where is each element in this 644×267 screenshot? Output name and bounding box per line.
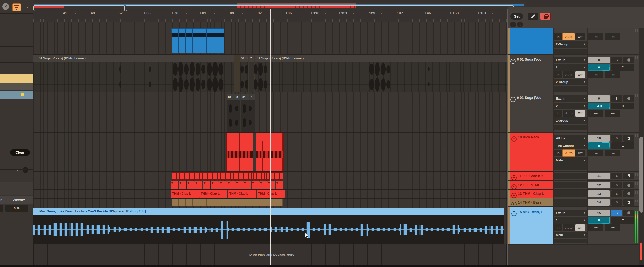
- track15-crossfade-box[interactable]: [554, 239, 587, 244]
- value-box-partial[interactable]: [0, 205, 4, 212]
- clip-kick-group-1[interactable]: [227, 133, 253, 171]
- clip-mini-3[interactable]: 01: [242, 94, 249, 100]
- list-row-selected[interactable]: [0, 91, 33, 99]
- clip-tts[interactable]: T_: [171, 181, 178, 189]
- fold-icon[interactable]: ▶: [511, 202, 516, 207]
- track14-name[interactable]: ▶14 THM - Bass: [511, 200, 554, 207]
- track8-output-select[interactable]: 2-Group▼: [554, 79, 587, 85]
- next-locator-button[interactable]: →: [517, 21, 523, 27]
- track7-send-a[interactable]: -∞: [588, 33, 604, 40]
- chevron-down-icon[interactable]: ▼: [24, 5, 30, 10]
- track9-volume[interactable]: -4.3: [588, 103, 610, 109]
- track13-color-swatch[interactable]: ▶13 THM - Clap L: [510, 190, 553, 198]
- monitor-off-button[interactable]: Off: [576, 71, 585, 78]
- velocity-value-box[interactable]: 0 %: [6, 205, 28, 212]
- clip-mini-body[interactable]: [227, 100, 240, 132]
- track15-arm-button[interactable]: [623, 210, 634, 216]
- track10-number[interactable]: 10: [588, 135, 610, 142]
- prev-locator-button[interactable]: ←: [510, 21, 516, 27]
- track11-solo-button[interactable]: S: [611, 173, 622, 179]
- track11-color-swatch[interactable]: ▶11 909 Core Kit: [510, 172, 553, 180]
- fold-icon[interactable]: ▶: [511, 175, 516, 180]
- clip-suga-small2[interactable]: C: [248, 55, 254, 62]
- filter-button[interactable]: [12, 3, 21, 11]
- track15-send-b[interactable]: -∞: [605, 224, 620, 231]
- clip-suga-left-body[interactable]: [33, 62, 234, 92]
- clip-tts[interactable]: T_: [259, 181, 267, 189]
- track8-volume[interactable]: 0: [588, 64, 610, 71]
- track9-output-select[interactable]: 2-Group▼: [554, 117, 587, 124]
- track10-input-select[interactable]: All Ins▼: [554, 135, 587, 142]
- track7-output-select[interactable]: 2-Group▼: [554, 41, 587, 48]
- track12-arm-button[interactable]: [623, 182, 634, 189]
- track10-send-b[interactable]: -∞: [605, 150, 620, 156]
- track10-name[interactable]: ▼10 Kick Rack: [511, 135, 554, 142]
- track13-name[interactable]: ▶13 THM - Clap L: [511, 191, 554, 198]
- clip-tts[interactable]: T_: [244, 181, 251, 189]
- track9-name[interactable]: ▼9 01 Suga (Voc: [510, 95, 553, 102]
- track10-pan[interactable]: C: [611, 142, 634, 149]
- clip-tts[interactable]: T_: [195, 181, 203, 189]
- track7-color-swatch[interactable]: [510, 28, 553, 54]
- track13-number[interactable]: 13: [588, 190, 610, 197]
- track8-input-select[interactable]: Ext. In▼: [554, 57, 587, 63]
- track10-send-a[interactable]: -∞: [588, 150, 604, 156]
- clip-tts[interactable]: T_: [227, 181, 235, 189]
- track7-crossfade-box[interactable]: [554, 49, 587, 54]
- track14-color-swatch[interactable]: ▶14 THM - Bass: [510, 198, 553, 207]
- close-icon[interactable]: ✕: [2, 3, 9, 10]
- monitor-off-button[interactable]: Off: [576, 33, 585, 40]
- clip-blue-header[interactable]: [172, 29, 224, 33]
- clip-suga-left[interactable]: ... 01 Suga (Vocals) (BS-RoFormer): [33, 55, 234, 62]
- playhead[interactable]: [270, 9, 271, 265]
- list-row[interactable]: ▲ •••: [0, 83, 33, 90]
- track10-arm-button[interactable]: [623, 135, 634, 142]
- draw-mode-button[interactable]: [528, 12, 538, 20]
- track9-input-select[interactable]: Ext. In▼: [554, 95, 587, 102]
- scrollbar-thumb[interactable]: [639, 137, 643, 213]
- lock-button[interactable]: [540, 12, 551, 20]
- monitor-off-button[interactable]: Off: [576, 224, 585, 231]
- clip-suga-small1[interactable]: 01 S: [240, 55, 248, 62]
- clip-tts[interactable]: T_: [252, 181, 259, 189]
- track12-box[interactable]: [554, 182, 587, 189]
- track15-name[interactable]: ▼15 Max Dean, L: [511, 209, 554, 216]
- track11-name[interactable]: ▶11 909 Core Kit: [511, 174, 554, 180]
- track15-output-select[interactable]: Main▼: [554, 232, 587, 238]
- fold-icon[interactable]: ▼: [510, 97, 516, 102]
- track11-number[interactable]: 11: [588, 173, 610, 179]
- monitor-off-button[interactable]: Off: [576, 150, 585, 156]
- clip-suga-right-body[interactable]: [255, 62, 508, 92]
- clip-clap[interactable]: THM - Clap L: [228, 190, 256, 198]
- fold-icon[interactable]: ▼: [510, 59, 516, 64]
- clip-blue-body[interactable]: [172, 37, 224, 53]
- track7-send-b[interactable]: -∞: [605, 33, 620, 40]
- fold-icon[interactable]: ▶: [511, 193, 516, 198]
- track15-input-select[interactable]: Ext. In▼: [554, 210, 587, 216]
- track9-send-b[interactable]: -∞: [605, 110, 620, 117]
- clip-bass-row[interactable]: [172, 199, 283, 206]
- track9-number[interactable]: 9: [588, 95, 610, 102]
- clip-tts[interactable]: T_: [187, 181, 194, 189]
- monitor-auto-button[interactable]: Auto: [563, 110, 575, 117]
- clip-909-row[interactable]: [172, 172, 283, 180]
- clip-mini-2[interactable]: 0:: [235, 94, 240, 100]
- track15-channel-select[interactable]: 1▼: [554, 217, 587, 224]
- track15-solo-button[interactable]: S: [611, 210, 622, 216]
- track10-crossfade-box[interactable]: [554, 164, 587, 170]
- track8-send-a[interactable]: -∞: [588, 71, 604, 78]
- track13-solo-button[interactable]: S: [611, 190, 622, 197]
- track12-solo-button[interactable]: S: [611, 182, 622, 189]
- clip-clap-row[interactable]: THM - Clap LTHM - Clap LTHM - Clap LTHM …: [171, 190, 285, 198]
- monitor-in-button[interactable]: In: [554, 71, 562, 78]
- clip-kick-group-2[interactable]: [256, 133, 283, 171]
- monitor-in-button[interactable]: In: [554, 224, 562, 231]
- clip-tts[interactable]: T_: [219, 181, 227, 189]
- clip-tts[interactable]: T_: [211, 181, 218, 189]
- clip-suga-small1-body[interactable]: [240, 62, 248, 92]
- track8-send-b[interactable]: -∞: [605, 71, 620, 78]
- clip-tts[interactable]: T_: [203, 181, 210, 189]
- track13-box[interactable]: [554, 190, 587, 197]
- track14-arm-button[interactable]: [623, 199, 634, 206]
- track10-channel-select[interactable]: All Channe▼: [554, 142, 587, 149]
